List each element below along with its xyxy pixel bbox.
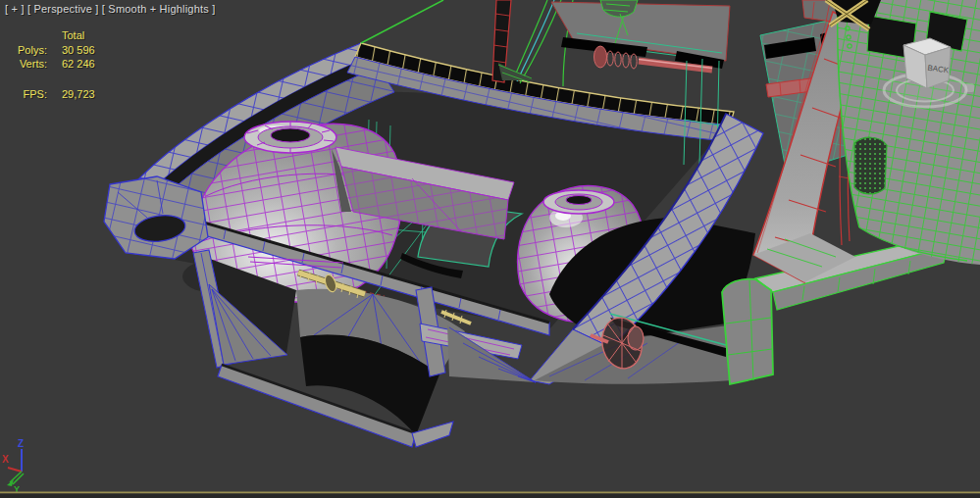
stats-verts-row: Verts: 62 246: [10, 57, 95, 72]
axis-x-label: X: [2, 454, 9, 465]
viewcube-ring-tab[interactable]: [965, 83, 974, 92]
axis-z-label: Z: [18, 438, 24, 449]
rear-quarter-panel: [838, 0, 980, 265]
3d-scene-canvas[interactable]: BACK Z X Y: [0, 0, 980, 498]
strut-mount-ring-right: [543, 190, 614, 214]
stats-fps-row: FPS: 29,723: [10, 87, 95, 102]
viewport-label[interactable]: [ + ] [ Perspective ] [ Smooth + Highlig…: [5, 3, 215, 15]
stats-fps-label: FPS:: [10, 87, 47, 102]
strut-mount-ring-left: [244, 122, 336, 153]
3d-viewport[interactable]: BACK Z X Y [ + ] [ Perspective ] [ Smoot…: [0, 0, 980, 498]
viewport-active-border: [0, 492, 980, 494]
sill-end-box: [722, 279, 773, 384]
statistics-overlay: Total Polys: 30 596 Verts: 62 246 FPS: 2…: [10, 28, 95, 101]
viewport-edge: [0, 494, 980, 498]
stats-verts-value: 62 246: [62, 57, 95, 72]
stats-fps-value: 29,723: [62, 87, 95, 102]
stats-total-header: Total: [62, 28, 84, 43]
stats-polys-label: Polys:: [10, 43, 47, 58]
stats-polys-row: Polys: 30 596: [10, 43, 95, 58]
vent-grille: [854, 137, 887, 194]
stats-header-row: Total: [10, 28, 95, 43]
stats-verts-label: Verts:: [10, 57, 47, 72]
stats-polys-value: 30 596: [62, 43, 95, 58]
